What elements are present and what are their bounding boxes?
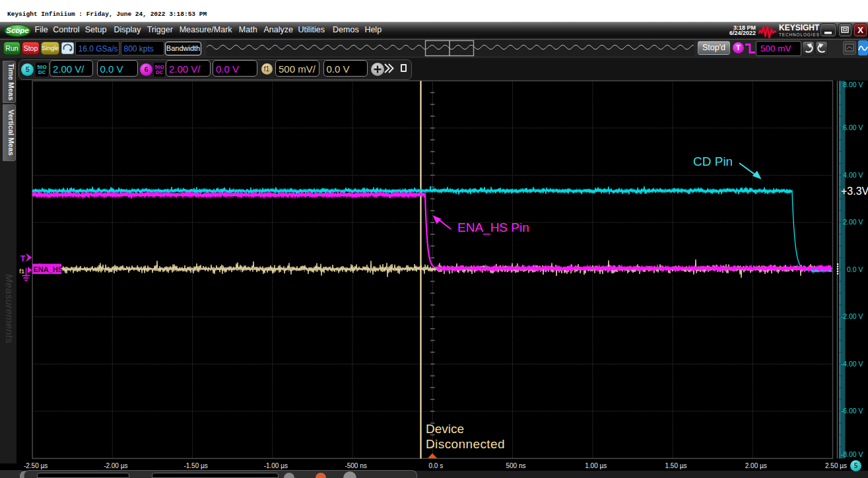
svg-text:T: T — [20, 254, 26, 263]
svg-text:ENA_HS: ENA_HS — [34, 265, 63, 273]
svg-text:CD Pin: CD Pin — [693, 154, 733, 168]
svg-text:f1: f1 — [19, 268, 24, 275]
svg-text:Device: Device — [426, 422, 464, 436]
svg-text:Disconnected: Disconnected — [426, 437, 505, 451]
svg-text:ENA_HS Pin: ENA_HS Pin — [457, 221, 529, 235]
